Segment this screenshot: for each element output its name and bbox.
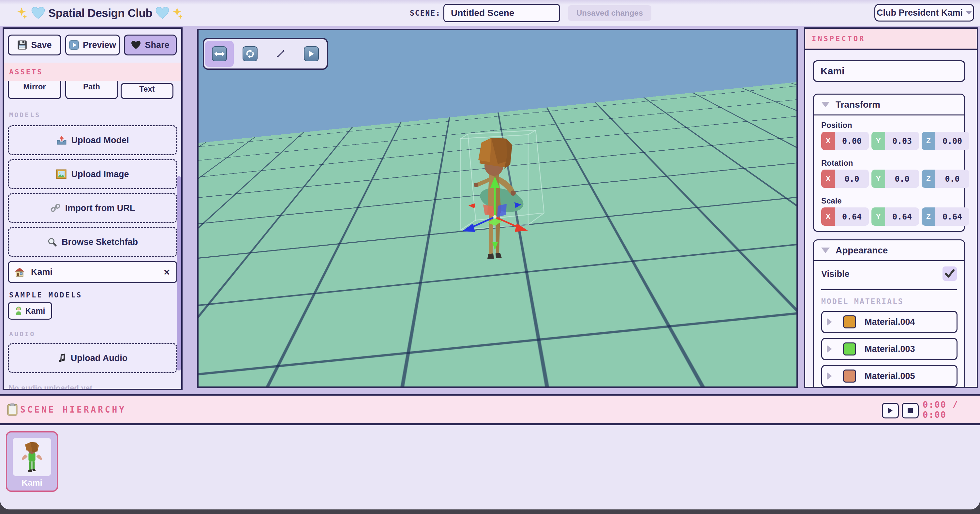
transform-toolbar: [203, 38, 328, 70]
rotation-z-input[interactable]: 0.0: [935, 170, 969, 188]
axis-x-badge: X: [821, 132, 835, 150]
scale-z-input[interactable]: 0.64: [935, 207, 969, 226]
upload-model-button[interactable]: Upload Model: [8, 125, 177, 155]
visible-label: Visible: [821, 269, 850, 279]
visible-checkbox[interactable]: [942, 266, 957, 281]
sample-model-kami[interactable]: Kami: [8, 302, 52, 320]
asset-button-text[interactable]: Text: [121, 83, 173, 99]
selected-model-kami[interactable]: [199, 30, 798, 388]
material-row[interactable]: Material.004: [821, 311, 958, 333]
object-name-input[interactable]: Kami: [813, 60, 965, 82]
blue-heart-icon: [156, 6, 169, 19]
divider: [821, 289, 957, 290]
app-title-text: Spatial Design Club: [48, 6, 152, 19]
account-dropdown[interactable]: Club President Kami: [874, 4, 974, 22]
share-button[interactable]: Share: [124, 35, 177, 56]
tool-move[interactable]: [205, 41, 234, 67]
models-section-label: MODELS: [9, 111, 40, 119]
material-name: Material.005: [865, 371, 915, 381]
magnifier-icon: [47, 237, 57, 247]
text-label: Text: [139, 84, 155, 94]
material-row[interactable]: Material.005: [821, 365, 958, 387]
transform-title: Transform: [835, 99, 880, 110]
asset-button-path[interactable]: Path: [65, 81, 118, 99]
object-card-label: Kami: [7, 478, 57, 488]
timeline-stop-button[interactable]: [902, 403, 919, 419]
asset-item-kami[interactable]: Kami ×: [8, 261, 177, 283]
scale-row: X0.64 Y0.64 Z0.64: [821, 207, 959, 226]
appearance-title: Appearance: [835, 245, 888, 256]
import-url-button[interactable]: Import from URL: [8, 193, 177, 223]
import-url-label: Import from URL: [65, 203, 135, 213]
scene-name-input[interactable]: Untitled Scene: [443, 4, 560, 22]
person-icon: [15, 306, 22, 315]
top-bar: Spatial Design Club SCENE: Untitled Scen…: [0, 0, 980, 26]
scale-x-input[interactable]: 0.64: [835, 207, 869, 226]
appearance-section-header[interactable]: Appearance: [814, 240, 964, 261]
blue-heart-icon: [31, 6, 45, 19]
axis-x-badge: X: [821, 170, 835, 188]
browse-sketchfab-label: Browse Sketchfab: [62, 237, 138, 247]
material-color-swatch[interactable]: [843, 315, 856, 328]
sparkles-icon: [17, 6, 28, 19]
audio-section-label: AUDIO: [9, 330, 35, 338]
axis-x-badge: X: [821, 207, 835, 226]
link-icon: [50, 203, 60, 213]
tool-play[interactable]: [297, 41, 326, 67]
path-label: Path: [83, 82, 100, 91]
expand-triangle-icon[interactable]: [827, 318, 832, 326]
upload-tray-icon: [56, 135, 67, 145]
scale-y-input[interactable]: 0.64: [885, 207, 919, 226]
rotation-y-input[interactable]: 0.0: [885, 170, 919, 188]
sample-model-label: Kami: [25, 306, 45, 316]
material-row[interactable]: Material.003: [821, 338, 958, 360]
scene-viewport[interactable]: [197, 29, 798, 388]
expand-triangle-icon[interactable]: [827, 345, 832, 353]
browse-sketchfab-button[interactable]: Browse Sketchfab: [8, 227, 177, 257]
black-heart-icon: [131, 40, 141, 49]
sparkles-icon: [172, 6, 183, 19]
asset-button-mirror[interactable]: Mirror: [8, 81, 61, 99]
expand-triangle-icon[interactable]: [827, 372, 832, 380]
check-icon: [945, 269, 955, 278]
close-icon[interactable]: ×: [164, 266, 170, 278]
scale-icon: [276, 49, 286, 59]
axis-y-badge: Y: [872, 207, 885, 226]
transform-section-header[interactable]: Transform: [814, 95, 964, 115]
scene-object-card-kami[interactable]: Kami: [6, 431, 58, 492]
scene-name-label: SCENE:: [410, 0, 441, 26]
rotation-x-input[interactable]: 0.0: [835, 170, 869, 188]
app-title: Spatial Design Club: [17, 0, 183, 26]
axis-z-badge: Z: [922, 207, 935, 226]
rotation-row: X0.0 Y0.0 Z0.0: [821, 170, 959, 188]
save-button[interactable]: Save: [8, 35, 61, 56]
music-note-icon: [58, 353, 66, 363]
timeline-play-button[interactable]: [882, 403, 899, 419]
upload-image-button[interactable]: Upload Image: [8, 159, 177, 189]
upload-audio-label: Upload Audio: [71, 353, 127, 363]
sidebar-scrollbar[interactable]: [177, 176, 181, 371]
tool-scale[interactable]: [266, 41, 295, 67]
material-color-swatch[interactable]: [843, 369, 856, 383]
position-x-input[interactable]: 0.00: [835, 132, 869, 150]
preview-button[interactable]: Preview: [65, 35, 120, 56]
material-name: Material.004: [865, 317, 915, 327]
model-materials-label: MODEL MATERIALS: [821, 297, 904, 306]
inspector-header-label: INSPECTOR: [812, 35, 865, 43]
no-audio-note: No audio uploaded yet: [8, 384, 92, 390]
material-color-swatch[interactable]: [843, 342, 856, 355]
kami-thumbnail-figure: [21, 441, 43, 473]
inspector-panel: INSPECTOR Kami Transform Position X0.00 …: [804, 27, 978, 388]
position-y-input[interactable]: 0.03: [885, 132, 919, 150]
upload-audio-button[interactable]: Upload Audio: [8, 343, 177, 373]
save-label: Save: [31, 40, 51, 50]
assets-sidebar: Save Preview Share ASSETS Mirror Path Te…: [3, 27, 183, 390]
timeline-time: 0:00 / 0:00: [923, 396, 980, 423]
axis-z-badge: Z: [922, 132, 935, 150]
position-z-input[interactable]: 0.00: [935, 132, 969, 150]
gizmo-plane-zy[interactable]: [497, 204, 507, 217]
mirror-label: Mirror: [23, 82, 46, 91]
tool-rotate[interactable]: [236, 41, 264, 67]
assets-header-label: ASSETS: [9, 68, 43, 76]
appearance-section: Appearance Visible MODEL MATERIALS Mater…: [813, 239, 965, 388]
